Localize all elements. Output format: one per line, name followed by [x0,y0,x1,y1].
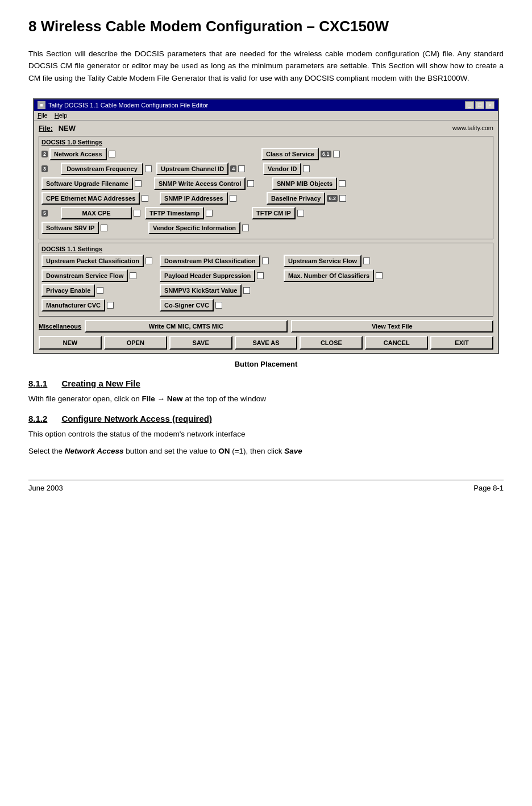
misc-label: Miscellaneous [39,323,81,330]
file-value: NEW [59,124,76,132]
view-text-button[interactable]: View Text File [291,320,493,333]
tftp-timestamp-cell: TFTP Timestamp [145,207,247,219]
snmp-write-checkbox[interactable] [247,180,254,187]
max-cpe-cell: MAX CPE [61,207,140,219]
page-title: 8 Wireless Cable Modem Configuration – C… [28,17,504,36]
section-811-number: 8.1.1 [28,379,47,388]
snmp-mib-checkbox[interactable] [339,180,346,187]
docsis11-row-2: Privacy Enable SNMPV3 KickStart Value [41,284,491,297]
snmpv3-kickstart-button[interactable]: SNMPV3 KickStart Value [160,284,242,297]
software-upgrade-cell: Software Upgrade Filename [41,177,149,190]
footer-left: June 2003 [28,484,63,492]
software-srv-ip-checkbox[interactable] [101,225,107,231]
privacy-enable-checkbox[interactable] [97,287,103,294]
vendor-specific-checkbox[interactable] [242,225,249,231]
menu-help[interactable]: Help [55,112,68,119]
new-button[interactable]: NEW [39,336,102,350]
baseline-privacy-button[interactable]: Baseline Privacy [267,192,325,205]
max-cpe-checkbox[interactable] [134,210,140,217]
payload-header-checkbox[interactable] [257,272,264,279]
software-upgrade-checkbox[interactable] [135,180,142,187]
docsis11-title: DOCSIS 1.1 Settings [41,246,491,252]
vendor-id-checkbox[interactable] [303,165,310,172]
manufacturer-cvc-checkbox[interactable] [107,302,114,309]
vendor-specific-button[interactable]: Vendor Specific Information [148,222,240,234]
max-classifiers-cell: Max. Number Of Classifiers [284,269,491,282]
vendor-specific-cell: Vendor Specific Information [148,222,491,234]
cpe-mac-button[interactable]: CPE Ethernet MAC Addresses [41,192,140,205]
upstream-pkt-class-checkbox[interactable] [146,257,152,264]
network-access-checkbox[interactable] [109,151,115,157]
payload-header-cell: Payload Header Suppression [160,269,279,282]
downstream-freq-cell: Downstream Frequency [61,163,152,175]
titlebar-left: ■ Tality DOCSIS 1.1 Cable Modem Configur… [38,101,208,109]
tftp-timestamp-checkbox[interactable] [206,210,213,217]
caption-text: Button Placement [28,360,504,368]
dialog-titlebar: ■ Tality DOCSIS 1.1 Cable Modem Configur… [34,99,498,111]
docsis10-row-3: CPE Ethernet MAC Addresses SNMP IP Addre… [41,192,491,205]
snmp-ip-button[interactable]: SNMP IP Addresses [160,192,228,205]
upstream-channel-id-button[interactable]: Upstream Channel ID [156,163,228,175]
software-upgrade-button[interactable]: Software Upgrade Filename [41,177,133,190]
save-as-button[interactable]: SAVE AS [235,336,298,350]
snmpv3-kickstart-checkbox[interactable] [243,287,250,294]
co-signer-cvc-checkbox[interactable] [215,302,222,309]
snmp-write-cell: SNMP Write Access Control [154,177,268,190]
docsis11-section: DOCSIS 1.1 Settings Upstream Packet Clas… [39,243,493,317]
minimize-button[interactable]: _ [465,101,474,109]
cancel-button[interactable]: CANCEL [365,336,428,350]
upstream-service-flow-checkbox[interactable] [363,257,370,264]
upstream-channel-id-cell: Upstream Channel ID 4 [156,163,259,175]
snmp-ip-checkbox[interactable] [230,195,236,202]
downstream-frequency-button[interactable]: Downstream Frequency [61,163,143,175]
footer-right: Page 8-1 [473,484,504,492]
downstream-service-flow-button[interactable]: Downstream Service Flow [41,269,128,282]
maximize-button[interactable]: □ [475,101,484,109]
write-mic-button[interactable]: Write CM MIC, CMTS MIC [85,320,287,333]
downstream-pkt-class-button[interactable]: Downstream Pkt Classification [160,255,260,267]
downstream-service-flow-checkbox[interactable] [130,272,136,279]
docsis11-row-0: Upstream Packet Classification Downstrea… [41,255,491,267]
menu-file[interactable]: File [38,112,48,119]
open-button[interactable]: OPEN [104,336,167,350]
max-classifiers-checkbox[interactable] [376,272,383,279]
save-button[interactable]: SAVE [169,336,232,350]
network-access-cell: 2 Network Access [41,148,138,160]
downstream-pkt-class-checkbox[interactable] [262,257,269,264]
dialog-menubar[interactable]: File Help [34,111,498,121]
class-of-service-cell: Class of Service 6.1 [261,148,369,160]
co-signer-cvc-cell: Co-Signer CVC [160,299,491,311]
tftp-cm-ip-checkbox[interactable] [297,210,304,217]
tftp-timestamp-button[interactable]: TFTP Timestamp [145,207,204,219]
max-classifiers-button[interactable]: Max. Number Of Classifiers [284,269,374,282]
exit-button[interactable]: EXIT [430,336,493,350]
tftp-cm-ip-button[interactable]: TFTP CM IP [252,207,296,219]
snmp-write-button[interactable]: SNMP Write Access Control [154,177,246,190]
cpe-mac-cell: CPE Ethernet MAC Addresses [41,192,155,205]
upstream-pkt-class-button[interactable]: Upstream Packet Classification [41,255,144,267]
baseline-privacy-checkbox[interactable] [339,195,346,202]
upstream-channel-id-checkbox[interactable] [238,165,245,172]
manufacturer-cvc-button[interactable]: Manufacturer CVC [41,299,105,311]
badge-3-cell: 3 [41,165,59,172]
downstream-frequency-checkbox[interactable] [145,165,152,172]
badge-2: 2 [41,151,48,157]
class-of-service-checkbox[interactable] [333,151,340,157]
close-button[interactable]: CLOSE [300,336,363,350]
max-cpe-button[interactable]: MAX CPE [61,207,132,219]
privacy-enable-button[interactable]: Privacy Enable [41,284,95,297]
upstream-service-flow-button[interactable]: Upstream Service Flow [284,255,361,267]
payload-header-button[interactable]: Payload Header Suppression [160,269,255,282]
close-button[interactable]: × [485,101,494,109]
docsis10-row-1: 3 Downstream Frequency Upstream Channel … [41,163,491,175]
vendor-id-button[interactable]: Vendor ID [263,163,301,175]
software-srv-ip-button[interactable]: Software SRV IP [41,222,99,234]
badge-5: 5 [41,210,48,217]
cpe-mac-checkbox[interactable] [142,195,148,202]
co-signer-cvc-button[interactable]: Co-Signer CVC [160,299,214,311]
snmp-mib-button[interactable]: SNMP MIB Objects [272,177,337,190]
class-of-service-button[interactable]: Class of Service [261,148,319,160]
window-controls[interactable]: _ □ × [465,101,494,109]
network-access-button[interactable]: Network Access [49,148,107,160]
dialog-body: File: NEW www.tality.com DOCSIS 1.0 Sett… [34,121,498,353]
